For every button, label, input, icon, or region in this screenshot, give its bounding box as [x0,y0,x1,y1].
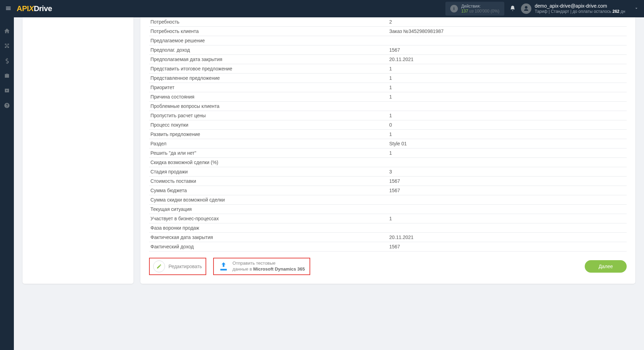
field-value: 1567 [388,177,627,186]
help-icon[interactable] [4,102,10,110]
field-value: 1 [388,74,627,83]
field-value [388,36,627,45]
field-label: Процесс покупки [149,120,388,130]
home-icon[interactable] [4,28,10,35]
logo-api: API [17,4,29,13]
table-row: Развить предложение1 [149,130,627,139]
plan-unit: дн [619,9,625,14]
field-label: Фактический доход [149,242,388,251]
table-row: Предполагаемая дата закрытия20.11.2021 [149,55,627,64]
field-value: 3 [388,167,627,177]
field-label: Потребность [149,17,388,27]
table-row: Сумма скидки возможной сделки [149,195,627,205]
field-label: Предполагаемая дата закрытия [149,55,388,64]
table-row: Проблемные вопросы клиента [149,102,627,111]
table-row: Процесс покупки0 [149,120,627,130]
app-logo[interactable]: APIXDrive [17,4,52,13]
table-row: РазделStyle 01 [149,139,627,148]
send-line2-bold: Microsoft Dynamics 365 [253,266,305,272]
edit-button[interactable]: Редактировать [153,261,202,272]
field-label: Скидка возможной сделки (%) [149,158,388,167]
field-value: 1 [388,111,627,120]
table-row: Стадия продажи3 [149,167,627,177]
table-row: Фаза воронки продаж [149,223,627,233]
field-label: Предлагаемое решение [149,36,388,45]
field-label: Пропустить расчет цены [149,111,388,120]
plan-prefix: Тариф | Стандарт | до оплаты осталось [535,9,612,14]
edit-label: Редактировать [168,264,202,269]
main-content: Потребность2Потребность клиентаЗаказ №34… [14,17,644,292]
field-label: Стадия продажи [149,167,388,177]
dollar-icon[interactable] [4,58,10,65]
user-plan: Тариф | Стандарт | до оплаты осталось 26… [535,9,625,14]
field-value [388,205,627,214]
field-value [388,158,627,167]
bell-icon[interactable] [510,5,516,12]
field-value [388,102,627,111]
user-menu[interactable]: demo_apix-drive@apix-drive.com Тариф | С… [521,3,639,14]
upload-icon [219,262,228,271]
field-value: 1 [388,130,627,139]
pencil-icon [153,261,165,272]
logo-x: X [29,4,34,13]
send-line1: Отправить тестовые [233,261,276,266]
table-row: Фактический доход1567 [149,242,627,251]
send-test-button[interactable]: Отправить тестовые данные в Microsoft Dy… [219,261,305,272]
actions-count: 137 [461,9,468,14]
table-row: Пропустить расчет цены1 [149,111,627,120]
user-email: demo_apix-drive@apix-drive.com [535,3,625,9]
field-value: 1 [388,83,627,92]
field-label: Фактическая дата закрытия [149,233,388,242]
table-row: Стоимость поставки1567 [149,177,627,186]
field-value: 20.11.2021 [388,233,627,242]
header: APIXDrive i Действия: 137 из 100'000 (0%… [0,0,644,17]
table-row: Фактическая дата закрытия20.11.2021 [149,233,627,242]
table-row: Предполаг. доход1567 [149,45,627,55]
field-label: Раздел [149,139,388,148]
field-value [388,195,627,205]
field-label: Участвует в бизнес-процессах [149,214,388,223]
field-label: Фаза воронки продаж [149,223,388,233]
sitemap-icon[interactable] [4,43,10,50]
field-label: Приоритет [149,83,388,92]
field-label: Решить "да или нет" [149,148,388,158]
field-label: Представленное предложение [149,74,388,83]
chevron-down-icon[interactable] [634,6,639,12]
table-row: Предлагаемое решение [149,36,627,45]
field-value: 1 [388,214,627,223]
field-label: Стоимость поставки [149,177,388,186]
right-panel: Потребность2Потребность клиентаЗаказ №34… [140,17,635,284]
send-test-button-highlight: Отправить тестовые данные в Microsoft Dy… [213,258,311,275]
video-icon[interactable] [4,87,10,95]
field-value: 1 [388,92,627,102]
field-value: Заказ №3452980981987 [388,27,627,36]
table-row: Представить итоговое предложение1 [149,64,627,74]
sidebar [0,17,14,292]
field-label: Проблемные вопросы клиента [149,102,388,111]
field-label: Развить предложение [149,130,388,139]
field-label: Причина состояния [149,92,388,102]
menu-toggle-icon[interactable] [5,5,11,12]
field-value: 1567 [388,186,627,195]
field-label: Потребность клиента [149,27,388,36]
field-label: Представить итоговое предложение [149,64,388,74]
left-panel [23,17,133,284]
table-row: Причина состояния1 [149,92,627,102]
send-line2-pre: данные в [233,266,253,272]
actions-pct: (0%) [490,9,499,14]
actions-total: 100'000 [475,9,489,14]
table-row: Потребность клиентаЗаказ №3452980981987 [149,27,627,36]
field-value: 20.11.2021 [388,55,627,64]
briefcase-icon[interactable] [4,72,10,80]
actions-quota-panel[interactable]: i Действия: 137 из 100'000 (0%) [445,2,504,16]
field-label: Текущая ситуация [149,205,388,214]
table-row: Решить "да или нет"1 [149,148,627,158]
plan-days: 262 [612,9,619,14]
actions-of: из [468,9,475,14]
table-row: Скидка возможной сделки (%) [149,158,627,167]
bottom-actions: Редактировать Отправить тестовые данные … [149,258,627,275]
field-value: 1 [388,148,627,158]
user-avatar-icon [521,3,531,14]
next-button[interactable]: Далее [585,260,627,273]
field-label: Предполаг. доход [149,45,388,55]
